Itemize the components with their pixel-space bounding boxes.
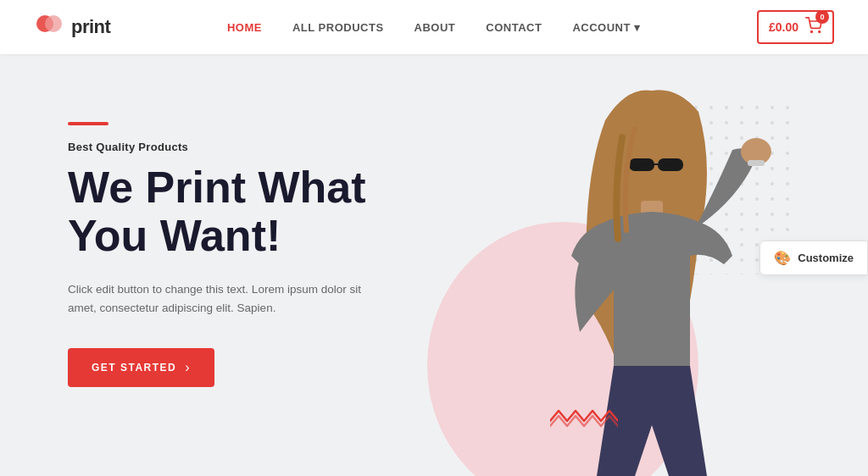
nav-all-products[interactable]: ALL PRODUCTS (292, 21, 384, 34)
customize-button[interactable]: 🎨 Customize (760, 241, 868, 275)
svg-point-1 (45, 15, 62, 32)
arrow-icon: › (185, 360, 191, 375)
nav-home[interactable]: HOME (227, 21, 262, 34)
hero-title: We Print What You Want! (68, 163, 373, 260)
red-line-decoration (68, 122, 108, 125)
cart-price: £0.00 (769, 20, 798, 34)
hero-person-image (495, 69, 783, 476)
get-started-button[interactable]: GET STARTED › (68, 348, 214, 387)
cart-button[interactable]: £0.00 0 (757, 10, 834, 44)
chevron-down-icon: ▾ (634, 21, 641, 34)
cart-badge: 0 (815, 10, 829, 24)
svg-rect-10 (658, 158, 683, 171)
svg-point-2 (811, 31, 813, 33)
logo[interactable]: print (34, 12, 110, 42)
logo-icon (34, 12, 64, 42)
main-nav: HOME ALL PRODUCTS ABOUT CONTACT ACCOUNT … (227, 21, 640, 34)
cart-icon-wrap: 0 (805, 17, 822, 37)
hero-subtitle: Best Quality Products (68, 141, 373, 153)
hero-section: Best Quality Products We Print What You … (0, 54, 868, 476)
hero-content: Best Quality Products We Print What You … (68, 122, 373, 387)
site-header: print HOME ALL PRODUCTS ABOUT CONTACT AC… (0, 0, 868, 54)
nav-account[interactable]: ACCOUNT ▾ (572, 21, 640, 34)
svg-point-3 (819, 31, 821, 33)
logo-text: print (71, 16, 110, 38)
svg-rect-9 (629, 158, 654, 171)
customize-icon: 🎨 (774, 250, 791, 266)
nav-contact[interactable]: CONTACT (486, 21, 542, 34)
nav-about[interactable]: ABOUT (415, 21, 456, 34)
svg-rect-12 (748, 160, 765, 166)
wave-decoration (550, 404, 618, 429)
customize-label: Customize (798, 252, 854, 264)
hero-body-text: Click edit button to change this text. L… (68, 280, 373, 317)
